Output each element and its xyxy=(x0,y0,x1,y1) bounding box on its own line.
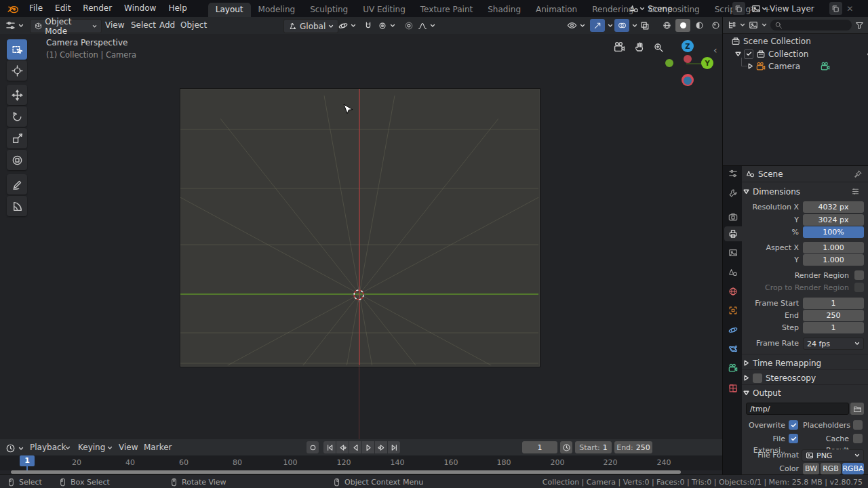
frame-end-field[interactable]: End: 250 xyxy=(614,441,652,453)
blender-logo-icon[interactable] xyxy=(7,3,19,15)
overwrite-checkbox[interactable] xyxy=(789,420,798,430)
sidebar-toggle[interactable]: ‹ xyxy=(713,45,717,56)
gizmo-axis-y[interactable]: Y xyxy=(701,57,713,69)
tab-object[interactable] xyxy=(724,303,742,318)
shading-material-button[interactable] xyxy=(692,19,707,32)
chevron-down-icon[interactable] xyxy=(740,22,745,28)
gizmo-axis-y-neg[interactable] xyxy=(665,59,673,67)
stereoscopy-checkbox[interactable] xyxy=(753,373,762,383)
gizmo-axis-x-neg[interactable] xyxy=(684,55,692,63)
tab-tool[interactable] xyxy=(724,186,742,201)
editor-divider[interactable] xyxy=(723,165,868,166)
tool-box-select[interactable] xyxy=(7,39,27,60)
mode-dropdown[interactable]: Object Mode xyxy=(30,19,102,33)
outliner-row-scene-collection[interactable]: Scene Collection xyxy=(723,35,868,47)
shading-solid-button[interactable] xyxy=(675,19,690,32)
zoom-view-button[interactable] xyxy=(650,39,667,56)
outliner-editor-icon[interactable] xyxy=(727,20,736,30)
timeline-ruler[interactable]: 20 40 60 80 100 120 140 160 180 200 220 … xyxy=(0,455,722,470)
previous-keyframe-button[interactable] xyxy=(336,441,349,453)
filter-icon[interactable] xyxy=(855,21,864,30)
play-button[interactable] xyxy=(362,441,374,453)
resolution-y-field[interactable]: 3024 px xyxy=(803,214,864,226)
tab-world[interactable] xyxy=(724,284,742,299)
section-dimensions[interactable]: Dimensions xyxy=(743,185,867,198)
breadcrumb[interactable]: Scene xyxy=(758,169,783,179)
camera-view-button[interactable] xyxy=(610,38,628,56)
tab-constraints[interactable] xyxy=(724,323,742,338)
record-button[interactable] xyxy=(307,441,319,453)
tab-shading[interactable]: Shading xyxy=(480,3,528,17)
snap-target-dropdown[interactable] xyxy=(378,19,395,32)
tab-view-layer[interactable] xyxy=(724,245,742,260)
menu-view[interactable]: View xyxy=(119,439,138,455)
jump-to-end-button[interactable] xyxy=(388,441,400,453)
timeline-scrollbar[interactable] xyxy=(11,470,681,474)
new-view-layer-button[interactable] xyxy=(829,2,842,15)
menu-object[interactable]: Object xyxy=(175,17,212,34)
pan-view-button[interactable] xyxy=(631,38,648,56)
next-keyframe-button[interactable] xyxy=(375,441,387,453)
tab-layout[interactable]: Layout xyxy=(208,3,251,17)
color-rgba-button[interactable]: RGBA xyxy=(842,463,864,474)
menu-marker[interactable]: Marker xyxy=(144,439,172,455)
section-output[interactable]: Output xyxy=(743,386,867,399)
tool-transform[interactable] xyxy=(7,150,27,170)
playhead[interactable]: 1 xyxy=(20,455,35,466)
menu-edit[interactable]: Edit xyxy=(49,0,77,17)
properties-editor-icon[interactable] xyxy=(724,166,742,181)
tab-scene[interactable] xyxy=(724,265,742,280)
view-layer-name[interactable]: View Layer xyxy=(770,4,814,14)
presets-icon[interactable] xyxy=(851,187,860,196)
menu-window[interactable]: Window xyxy=(118,0,162,17)
tool-move[interactable] xyxy=(7,85,27,105)
collapse-icon[interactable] xyxy=(735,51,741,57)
tab-output[interactable] xyxy=(724,226,742,241)
section-stereoscopy[interactable]: Stereoscopy xyxy=(743,371,867,384)
output-path-field[interactable]: /tmp/ xyxy=(746,403,849,415)
tool-scale[interactable] xyxy=(7,128,27,148)
remove-view-layer-button[interactable]: ✕ xyxy=(844,2,856,15)
tab-object-data[interactable] xyxy=(724,361,742,375)
menu-keying[interactable]: Keying xyxy=(78,439,105,455)
chevron-down-icon[interactable] xyxy=(639,6,645,12)
tab-sculpting[interactable]: Sculpting xyxy=(302,3,355,17)
gizmo-axis-z[interactable]: Z xyxy=(682,40,694,52)
tab-texture[interactable] xyxy=(724,381,742,396)
tab-physics[interactable] xyxy=(724,342,742,357)
frame-rate-dropdown[interactable]: 24 fps xyxy=(803,338,864,350)
timeline-editor-icon[interactable] xyxy=(5,442,24,455)
color-bw-button[interactable]: BW xyxy=(803,463,819,474)
file-format-dropdown[interactable]: PNG xyxy=(802,449,864,462)
view-layer-icon[interactable] xyxy=(751,4,761,14)
play-reverse-button[interactable] xyxy=(349,441,361,453)
tool-annotate[interactable] xyxy=(7,174,27,195)
tool-measure[interactable] xyxy=(7,196,27,216)
resolution-percentage-slider[interactable]: 100% xyxy=(803,226,864,238)
scene-name[interactable]: Scene xyxy=(648,4,673,14)
display-mode-icon[interactable] xyxy=(749,20,758,30)
viewport-3d[interactable]: Camera Perspective (1) Collection | Came… xyxy=(0,34,722,439)
cache-result-checkbox[interactable] xyxy=(853,434,863,443)
expand-icon[interactable] xyxy=(747,63,753,69)
chevron-down-icon[interactable] xyxy=(762,6,767,12)
chevron-down-icon[interactable] xyxy=(762,22,767,28)
file-extensions-checkbox[interactable] xyxy=(789,434,798,443)
proportional-falloff-dropdown[interactable] xyxy=(418,19,435,32)
render-region-checkbox[interactable] xyxy=(854,270,864,280)
snap-toggle[interactable] xyxy=(363,19,373,32)
resolution-x-field[interactable]: 4032 px xyxy=(803,201,864,213)
aspect-y-field[interactable]: 1.000 xyxy=(803,254,864,266)
tool-cursor[interactable] xyxy=(7,60,27,81)
tab-render[interactable] xyxy=(724,209,742,224)
use-preview-range-button[interactable] xyxy=(560,441,572,453)
editor-divider[interactable] xyxy=(722,17,723,474)
tab-uv-editing[interactable]: UV Editing xyxy=(355,3,413,17)
jump-to-start-button[interactable] xyxy=(323,441,336,453)
tab-modeling[interactable]: Modeling xyxy=(251,3,303,17)
tab-animation[interactable]: Animation xyxy=(528,3,585,17)
frame-start-field[interactable]: Start: 1 xyxy=(575,441,612,453)
visibility-dropdown[interactable] xyxy=(567,19,585,32)
gizmos-toggle[interactable] xyxy=(590,19,613,32)
tool-settings-toggle[interactable] xyxy=(5,19,24,32)
